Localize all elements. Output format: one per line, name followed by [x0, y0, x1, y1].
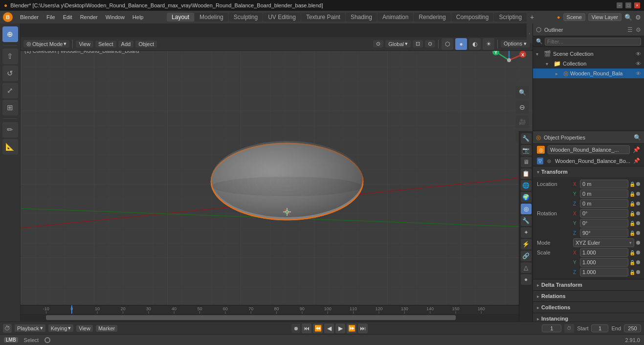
- viewport[interactable]: User Perspective (1) Collection | Wooden…: [21, 37, 533, 322]
- scale-z-lock[interactable]: 🔒: [629, 270, 635, 275]
- menu-render[interactable]: Render: [77, 13, 101, 21]
- measure-tool[interactable]: 📐: [2, 139, 18, 155]
- prop-tab-data[interactable]: △: [521, 262, 532, 273]
- jump-end-btn[interactable]: ⏭: [358, 323, 368, 333]
- prop-tab-render[interactable]: 📷: [521, 145, 532, 156]
- menu-window[interactable]: Window: [102, 13, 128, 21]
- scene-collection-visibility[interactable]: 👁: [636, 51, 641, 57]
- prop-tab-particles[interactable]: ✦: [521, 227, 532, 238]
- title-bar-controls[interactable]: − □ ×: [617, 2, 640, 8]
- header-settings-icon[interactable]: ⚙: [635, 14, 641, 21]
- prop-tab-constraints[interactable]: 🔗: [521, 251, 532, 261]
- rotation-y-field[interactable]: 0°: [580, 219, 628, 228]
- timeline-view-btn[interactable]: View: [76, 325, 93, 332]
- rotation-x-field[interactable]: 0°: [580, 209, 628, 218]
- view-layer-selector[interactable]: View Layer: [588, 13, 622, 21]
- delta-transform-header[interactable]: ▸ Delta Transform: [533, 279, 644, 290]
- play-back-btn[interactable]: ◀: [324, 323, 334, 333]
- close-button[interactable]: ×: [634, 2, 640, 8]
- transform-section-header[interactable]: ▾ Transform: [533, 166, 644, 177]
- location-z-field[interactable]: 0 m: [580, 199, 628, 208]
- location-y-dot[interactable]: [636, 192, 640, 196]
- prop-tab-material[interactable]: ●: [521, 274, 532, 285]
- rotation-y-dot[interactable]: [636, 221, 640, 225]
- menu-file[interactable]: File: [43, 13, 59, 21]
- transform-tool[interactable]: ⊞: [2, 100, 18, 115]
- header-search-icon[interactable]: 🔍: [624, 14, 632, 21]
- prop-tab-world[interactable]: 🌍: [521, 192, 532, 203]
- tree-item-scene-collection[interactable]: ▾ 🎬 Scene Collection 👁: [533, 49, 644, 59]
- prop-tab-physics[interactable]: ⚡: [521, 239, 532, 250]
- annotate-tool[interactable]: ✏: [2, 122, 18, 138]
- scale-tool[interactable]: ⤢: [2, 83, 18, 98]
- jump-start-btn[interactable]: ⏮: [302, 323, 311, 333]
- add-menu-btn[interactable]: Add: [118, 41, 134, 47]
- timeline-keying-btn[interactable]: Keying ▾: [48, 324, 74, 332]
- shading-wire-btn[interactable]: ⬡: [442, 38, 453, 50]
- view-menu-btn[interactable]: View: [76, 41, 93, 47]
- object-menu-btn[interactable]: Object: [135, 41, 157, 47]
- tab-rendering[interactable]: Rendering: [414, 13, 450, 22]
- zoom-in-btn[interactable]: 🔍: [516, 86, 529, 99]
- timeline-marker-btn[interactable]: Marker: [96, 325, 117, 332]
- rotation-z-field[interactable]: 90°: [580, 229, 628, 237]
- prop-tab-output[interactable]: 🖥: [521, 157, 532, 167]
- shading-solid-btn[interactable]: ●: [455, 38, 467, 50]
- prop-tab-viewlayer[interactable]: 📋: [521, 168, 532, 179]
- location-y-lock[interactable]: 🔒: [629, 191, 635, 197]
- end-frame-field[interactable]: 250: [624, 324, 641, 332]
- scale-y-dot[interactable]: [636, 260, 640, 264]
- tab-modeling[interactable]: Modeling: [195, 13, 228, 22]
- scale-x-lock[interactable]: 🔒: [629, 250, 635, 255]
- scale-x-dot[interactable]: [636, 251, 640, 254]
- timeline-mode-btn[interactable]: ⏱: [3, 324, 12, 333]
- tree-item-collection[interactable]: ▾ 📁 Collection 👁: [533, 59, 644, 69]
- location-x-lock[interactable]: 🔒: [629, 182, 635, 187]
- record-btn[interactable]: ⏺: [291, 324, 300, 333]
- sidebar-collapse-button[interactable]: ‹: [527, 23, 533, 43]
- tab-animation[interactable]: Animation: [378, 13, 413, 22]
- timeline-scrollbar[interactable]: [21, 314, 533, 322]
- step-back-btn[interactable]: ⏪: [313, 323, 323, 333]
- prop-tab-modifier[interactable]: 🔧: [521, 215, 532, 226]
- rotation-x-dot[interactable]: [636, 211, 640, 215]
- proportional-edit-btn[interactable]: ⊙: [425, 40, 435, 47]
- outliner-filter-icon[interactable]: ☰: [627, 26, 633, 33]
- select-menu-btn[interactable]: Select: [95, 41, 116, 47]
- tab-layout[interactable]: Layout: [167, 13, 194, 22]
- fps-icon[interactable]: ⏱: [564, 324, 574, 333]
- rotation-y-lock[interactable]: 🔒: [629, 221, 635, 226]
- tree-item-object[interactable]: ▸ ◎ Wooden_Round_Bala 👁: [533, 69, 644, 78]
- transform-space-btn[interactable]: Global ▾: [385, 40, 411, 47]
- rotate-tool[interactable]: ↺: [2, 66, 18, 81]
- rot-mode-dot[interactable]: [636, 241, 640, 245]
- menu-edit[interactable]: Edit: [60, 13, 76, 21]
- outliner-settings-icon[interactable]: ⚙: [636, 26, 641, 33]
- scale-x-field[interactable]: 1.000: [580, 248, 628, 257]
- tab-scripting[interactable]: Scripting: [494, 13, 527, 22]
- maximize-button[interactable]: □: [625, 2, 631, 8]
- scene-selector[interactable]: Scene: [563, 13, 585, 21]
- location-z-lock[interactable]: 🔒: [629, 201, 635, 207]
- shading-rendered-btn[interactable]: ☀: [483, 38, 494, 50]
- tab-texture-paint[interactable]: Texture Paint: [301, 13, 345, 22]
- transform-pivot-btn[interactable]: ⊙: [373, 40, 383, 47]
- object-name-field[interactable]: Wooden_Round_Balance_...: [548, 145, 630, 154]
- object-mode-selector[interactable]: ◎ Object Mode ▾: [23, 40, 69, 47]
- relations-header[interactable]: ▸ Relations: [533, 291, 644, 301]
- snap-btn[interactable]: ⊡: [413, 40, 423, 47]
- cursor-tool[interactable]: ⊕: [2, 26, 18, 42]
- scale-z-field[interactable]: 1.000: [580, 268, 628, 276]
- prop-tab-object[interactable]: ◎: [521, 204, 532, 214]
- rotation-x-lock[interactable]: 🔒: [629, 211, 635, 216]
- tab-sculpting[interactable]: Sculpting: [229, 13, 263, 22]
- move-tool[interactable]: ⇧: [2, 48, 18, 64]
- location-y-field[interactable]: 0 m: [580, 189, 628, 198]
- scale-y-lock[interactable]: 🔒: [629, 260, 635, 265]
- props-search-icon[interactable]: 🔍: [634, 134, 641, 141]
- camera-btn[interactable]: 🎥: [516, 115, 529, 128]
- collection-visibility[interactable]: 👁: [636, 61, 641, 67]
- timeline-scroll-thumb[interactable]: [46, 315, 456, 320]
- object-pin-button[interactable]: 📌: [633, 146, 640, 153]
- add-workspace-button[interactable]: +: [527, 12, 537, 22]
